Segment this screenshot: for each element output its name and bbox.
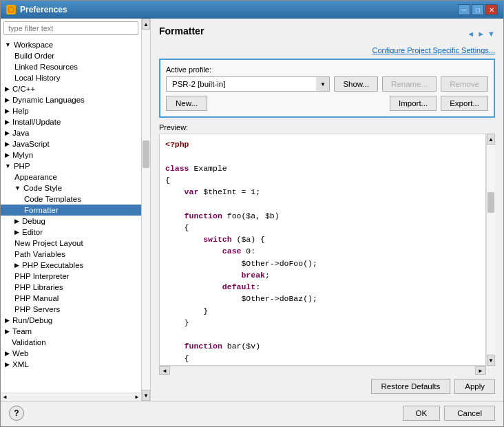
sidebar-item-appearance[interactable]: Appearance: [1, 171, 141, 183]
new-button[interactable]: New...: [166, 96, 207, 111]
preview-hscroll[interactable]: ◄ ►: [159, 366, 486, 375]
sidebar-item-java[interactable]: ▶ Java: [1, 127, 141, 138]
code-line: for ($i = 0; $i < 10; $i ++) {: [165, 364, 480, 366]
profile-select-wrapper: PSR-2 [built-in] ▼: [166, 76, 330, 92]
sidebar-item-xml[interactable]: ▶ XML: [1, 359, 141, 370]
preview-scroll-up[interactable]: ▲: [487, 134, 495, 145]
expand-icon: ▼: [14, 185, 21, 191]
sidebar-item-local-history[interactable]: Local History: [1, 72, 141, 83]
preview-scroll-down[interactable]: ▼: [487, 355, 495, 366]
sidebar-item-debug[interactable]: ▶ Debug: [1, 216, 141, 227]
expand-icon: ▶: [5, 118, 10, 125]
code-line: break;: [165, 269, 480, 281]
remove-button[interactable]: Remove: [441, 76, 488, 92]
scroll-down-btn[interactable]: ▼: [142, 390, 150, 401]
sidebar-item-cpp[interactable]: ▶ C/C++: [1, 83, 141, 94]
sidebar-item-help[interactable]: ▶ Help: [1, 105, 141, 116]
sidebar-item-workspace[interactable]: ▼ Workspace: [1, 39, 141, 50]
new-row: New... Import... Export...: [166, 96, 488, 111]
content-area: ▼ Workspace Build Order Linked Resources…: [1, 19, 503, 401]
tree: ▼ Workspace Build Order Linked Resources…: [1, 38, 141, 393]
minimize-button[interactable]: ─: [458, 4, 470, 15]
window-title: Preferences: [6, 5, 67, 14]
filter-input[interactable]: [3, 21, 138, 35]
preview-container: <?php class Example { var $theInt = 1; f…: [159, 134, 495, 366]
nav-forward-btn[interactable]: ►: [477, 30, 485, 38]
sidebar-item-web[interactable]: ▶ Web: [1, 348, 141, 359]
profile-select[interactable]: PSR-2 [built-in]: [166, 76, 330, 92]
sidebar-scrollbar[interactable]: ▲ ▼: [142, 19, 151, 401]
import-button[interactable]: Import...: [390, 96, 437, 111]
code-line: class Example: [165, 163, 480, 174]
expand-icon: ▶: [14, 262, 19, 269]
show-button[interactable]: Show...: [334, 76, 378, 92]
restore-defaults-button[interactable]: Restore Defaults: [371, 379, 451, 394]
sidebar-item-editor[interactable]: ▶ Editor: [1, 227, 141, 238]
sidebar-item-dynamic-languages[interactable]: ▶ Dynamic Languages: [1, 94, 141, 105]
scroll-thumb[interactable]: [143, 140, 149, 168]
sidebar-scroll-left[interactable]: ◄: [2, 394, 8, 400]
profile-row: PSR-2 [built-in] ▼ Show... Rename... Rem…: [166, 76, 488, 92]
sidebar-item-validation[interactable]: Validation: [1, 337, 141, 348]
profile-section: Active profile: PSR-2 [built-in] ▼ Show.…: [159, 59, 495, 118]
configure-project-link[interactable]: Configure Project Specific Settings...: [372, 46, 495, 54]
expand-icon: ▶: [14, 218, 19, 225]
code-line: [165, 329, 480, 340]
sidebar-item-php[interactable]: ▼ PHP: [1, 160, 141, 171]
expand-icon: ▶: [14, 229, 19, 236]
code-line: case 0:: [165, 245, 480, 257]
apply-button[interactable]: Apply: [454, 379, 495, 394]
cancel-button[interactable]: Cancel: [444, 406, 495, 421]
sidebar-item-code-templates[interactable]: Code Templates: [1, 194, 141, 205]
sidebar-item-linked-resources[interactable]: Linked Resources: [1, 61, 141, 72]
code-line: switch ($a) {: [165, 233, 480, 245]
panel-title: Formatter: [159, 25, 204, 37]
code-line: {: [165, 353, 480, 364]
expand-icon: ▶: [5, 361, 10, 368]
sidebar-item-php-servers[interactable]: PHP Servers: [1, 304, 141, 315]
expand-icon: ▼: [5, 163, 11, 169]
toolbar-row: Configure Project Specific Settings...: [159, 46, 495, 54]
active-profile-label: Active profile:: [166, 65, 488, 74]
hscroll-left[interactable]: ◄: [159, 366, 170, 375]
help-button[interactable]: ?: [9, 406, 24, 421]
ok-cancel-buttons: OK Cancel: [403, 406, 495, 421]
expand-icon: ▶: [5, 96, 10, 103]
sidebar-item-path-variables[interactable]: Path Variables: [1, 249, 141, 260]
sidebar-scroll-right[interactable]: ►: [134, 394, 140, 400]
close-button[interactable]: ✕: [485, 4, 498, 15]
expand-icon: ▶: [5, 140, 10, 147]
sidebar-item-build-order[interactable]: Build Order: [1, 50, 141, 61]
preview-area[interactable]: <?php class Example { var $theInt = 1; f…: [159, 134, 486, 366]
bottom-buttons: Restore Defaults Apply: [159, 375, 495, 394]
preview-scrollbar[interactable]: ▲ ▼: [486, 134, 495, 366]
expand-icon: ▶: [5, 350, 10, 357]
sidebar-item-team[interactable]: ▶ Team: [1, 326, 141, 337]
sidebar-item-code-style[interactable]: ▼ Code Style: [1, 183, 141, 194]
sidebar-item-javascript[interactable]: ▶ JavaScript: [1, 138, 141, 149]
code-line: function bar($v): [165, 340, 480, 352]
sidebar-item-php-libraries[interactable]: PHP Libraries: [1, 282, 141, 293]
nav-back-btn[interactable]: ◄: [467, 30, 474, 38]
sidebar-item-php-interpreter[interactable]: PHP Interpreter: [1, 271, 141, 282]
expand-icon: ▶: [5, 129, 10, 136]
nav-menu-btn[interactable]: ▼: [487, 30, 495, 38]
export-button[interactable]: Export...: [441, 96, 488, 111]
rename-button[interactable]: Rename...: [382, 76, 437, 92]
sidebar-item-mylyn[interactable]: ▶ Mylyn: [1, 149, 141, 160]
scroll-up-btn[interactable]: ▲: [142, 19, 150, 30]
sidebar-item-install-update[interactable]: ▶ Install/Update: [1, 116, 141, 127]
code-line: }: [165, 317, 480, 329]
sidebar-item-php-executables[interactable]: ▶ PHP Executables: [1, 260, 141, 271]
preview-scroll-thumb[interactable]: [487, 192, 494, 213]
ok-button[interactable]: OK: [403, 406, 441, 421]
sidebar-item-run-debug[interactable]: ▶ Run/Debug: [1, 315, 141, 326]
maximize-button[interactable]: □: [472, 4, 484, 15]
titlebar: Preferences ─ □ ✕: [1, 1, 503, 19]
sidebar-item-php-manual[interactable]: PHP Manual: [1, 293, 141, 304]
sidebar-item-formatter[interactable]: Formatter: [1, 205, 141, 216]
code-line: {: [165, 222, 480, 233]
hscroll-right[interactable]: ►: [475, 366, 486, 375]
code-line: default:: [165, 281, 480, 293]
sidebar-item-new-project-layout[interactable]: New Project Layout: [1, 238, 141, 249]
